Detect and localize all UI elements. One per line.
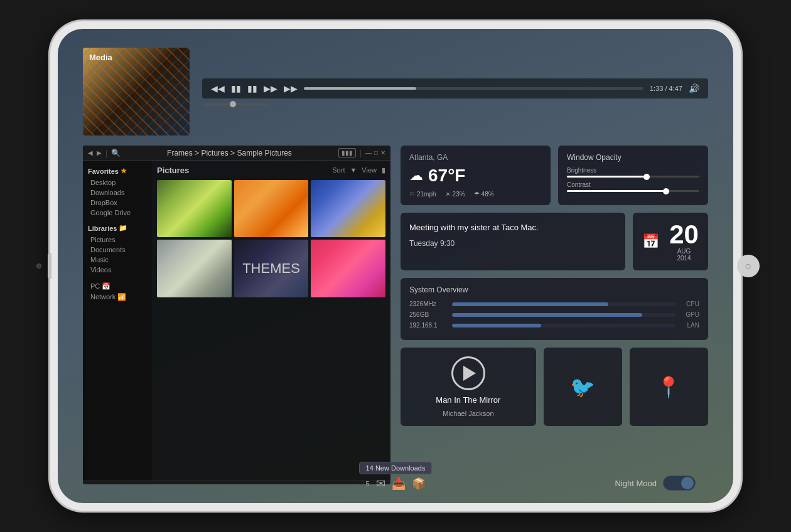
precip-detail: ☂ 48% bbox=[474, 191, 494, 198]
system-overview-panel: System Overview 2326MHz CPU 256GB bbox=[401, 278, 708, 340]
sidebar-item-googledrive[interactable]: Google Drive bbox=[88, 208, 147, 218]
right-middle: Meeting with my sister at Taco Mac. Tues… bbox=[401, 213, 708, 270]
twitter-icon: 🐦 bbox=[570, 375, 595, 399]
sort-icon: ▼ bbox=[350, 166, 357, 174]
fb-battery: ▮▮▮ bbox=[338, 148, 356, 157]
mail-icon[interactable]: ✉ bbox=[376, 477, 385, 491]
download-icon[interactable]: 📥 bbox=[392, 477, 406, 491]
contrast-knob bbox=[663, 188, 669, 194]
thumbnail-1[interactable] bbox=[157, 180, 232, 237]
calendar-panel: 📅 20 AUG 2014 bbox=[633, 213, 708, 270]
view-button[interactable]: View bbox=[362, 166, 377, 174]
toggle-knob bbox=[681, 477, 694, 489]
volume-button[interactable] bbox=[48, 253, 51, 279]
lan-value: 192.168.1 bbox=[409, 322, 447, 329]
gpu-value: 256GB bbox=[409, 311, 447, 318]
contrast-slider[interactable] bbox=[567, 190, 699, 192]
note-text: Meeting with my sister at Taco Mac. bbox=[409, 221, 616, 234]
calendar-date: 20 AUG 2014 bbox=[669, 221, 699, 262]
fb-minimize-button[interactable]: — bbox=[365, 149, 372, 156]
fb-main: Pictures Sort ▼ View ▮ bbox=[152, 161, 390, 481]
sidebar-item-pc[interactable]: PC 📅 bbox=[88, 281, 147, 292]
downloads-badge: 14 New Downloads bbox=[359, 462, 433, 474]
volume-knob bbox=[230, 101, 236, 107]
fb-maximize-button[interactable]: □ bbox=[374, 149, 378, 156]
thumbnail-5[interactable]: THEMES bbox=[234, 240, 309, 297]
sidebar-item-documents[interactable]: Documents bbox=[88, 245, 147, 255]
dl-count: 5 bbox=[365, 480, 369, 487]
right-bottom: Man In The Mirror Michael Jackson 🐦 📍 bbox=[401, 348, 708, 426]
sidebar-item-downloads[interactable]: Downloads bbox=[88, 188, 147, 198]
brightness-row: Brightness bbox=[567, 167, 699, 178]
cpu-row: 2326MHz CPU bbox=[409, 301, 699, 307]
sys-controls-panel: Window Opacity Brightness Contrast bbox=[558, 146, 708, 205]
screen-content: Media ◀◀ ▮▮ ▮▮ ▶▶ ▶▶ 1:33 / 4:47 bbox=[58, 29, 733, 503]
weather-main: ☁ 67°F bbox=[409, 166, 542, 186]
volume-icon[interactable]: 🔊 bbox=[689, 83, 699, 93]
pause-button[interactable]: ▮▮ bbox=[247, 83, 257, 93]
thumbnail-2[interactable] bbox=[234, 180, 309, 237]
night-mood-toggle[interactable] bbox=[663, 476, 696, 491]
lan-bar-container bbox=[452, 324, 675, 327]
fb-grid: THEMES bbox=[157, 180, 385, 297]
webcam-dot bbox=[36, 263, 41, 269]
stop-button[interactable]: ▮▮ bbox=[231, 83, 241, 93]
fb-toolbar: Pictures Sort ▼ View ▮ bbox=[157, 166, 385, 175]
gpu-bar bbox=[452, 313, 642, 317]
inbox-icon[interactable]: 📦 bbox=[412, 477, 426, 491]
right-button[interactable]: ○ bbox=[737, 255, 760, 277]
thumbnail-3[interactable] bbox=[311, 180, 385, 237]
volume-slider[interactable] bbox=[205, 104, 267, 105]
note-time: Tuesday 9:30 bbox=[409, 239, 616, 248]
brightness-slider[interactable] bbox=[567, 176, 699, 178]
sidebar-item-network[interactable]: Network 📶 bbox=[88, 292, 147, 302]
humidity-value: 23% bbox=[453, 191, 465, 198]
note-panel: Meeting with my sister at Taco Mac. Tues… bbox=[401, 213, 625, 270]
twitter-panel[interactable]: 🐦 bbox=[544, 348, 622, 426]
fb-close-button[interactable]: ✕ bbox=[380, 149, 385, 156]
tablet-screen: Media ◀◀ ▮▮ ▮▮ ▶▶ ▶▶ 1:33 / 4:47 bbox=[58, 29, 733, 503]
thumbnail-6[interactable] bbox=[311, 240, 385, 297]
sidebar-item-music[interactable]: Music bbox=[88, 255, 147, 265]
cpu-value: 2326MHz bbox=[409, 301, 447, 307]
gpu-label: GPU bbox=[681, 311, 699, 318]
location-panel[interactable]: 📍 bbox=[630, 348, 708, 426]
fb-divider: | bbox=[105, 149, 107, 157]
lan-label: LAN bbox=[681, 322, 699, 329]
sys-ctrl-title: Window Opacity bbox=[567, 153, 699, 162]
sort-button[interactable]: Sort bbox=[332, 166, 345, 174]
progress-bar[interactable] bbox=[304, 87, 643, 90]
fb-window-controls: — □ ✕ bbox=[365, 149, 385, 156]
weather-icon: ☁ bbox=[409, 168, 423, 184]
sidebar-item-desktop[interactable]: Desktop bbox=[88, 178, 147, 188]
fb-forward-button[interactable]: ▶ bbox=[97, 149, 102, 156]
right-top: Atlanta, GA ☁ 67°F ⚐ 21mph bbox=[401, 146, 708, 205]
play-button[interactable] bbox=[451, 356, 485, 390]
cpu-label: CPU bbox=[681, 301, 699, 307]
fb-sort-view: Sort ▼ View ▮ bbox=[332, 166, 385, 174]
calendar-icon: 📅 bbox=[642, 233, 659, 250]
night-mood-label: Night Mood bbox=[615, 479, 657, 488]
fast-forward-button[interactable]: ▶▶ bbox=[264, 83, 277, 93]
sidebar-item-dropbox[interactable]: DropBox bbox=[88, 198, 147, 208]
humidity-detail: ☀ 23% bbox=[445, 191, 465, 198]
fb-back-button[interactable]: ◀ bbox=[88, 149, 93, 156]
cpu-bar-container bbox=[452, 302, 675, 306]
sidebar-item-pictures[interactable]: Pictures bbox=[88, 235, 147, 245]
brightness-fill bbox=[567, 176, 647, 178]
downloads-widget: 14 New Downloads 5 ✉ 📥 📦 bbox=[359, 462, 433, 491]
contrast-label: Contrast bbox=[567, 181, 699, 188]
progress-fill bbox=[304, 87, 416, 90]
weather-location: Atlanta, GA bbox=[409, 153, 542, 162]
media-play-panel: Man In The Mirror Michael Jackson bbox=[401, 348, 536, 426]
sidebar-item-videos[interactable]: Videos bbox=[88, 265, 147, 275]
time-display: 1:33 / 4:47 bbox=[650, 85, 682, 92]
brightness-label: Brightness bbox=[567, 167, 699, 174]
humidity-icon: ☀ bbox=[445, 191, 451, 198]
rewind-button[interactable]: ◀◀ bbox=[211, 83, 225, 93]
fb-search-icon[interactable]: 🔍 bbox=[111, 149, 121, 157]
calendar-month: AUG 2014 bbox=[669, 248, 699, 262]
next-button[interactable]: ▶▶ bbox=[284, 83, 298, 93]
thumbnail-4[interactable] bbox=[157, 240, 232, 297]
precip-value: 48% bbox=[482, 191, 494, 198]
